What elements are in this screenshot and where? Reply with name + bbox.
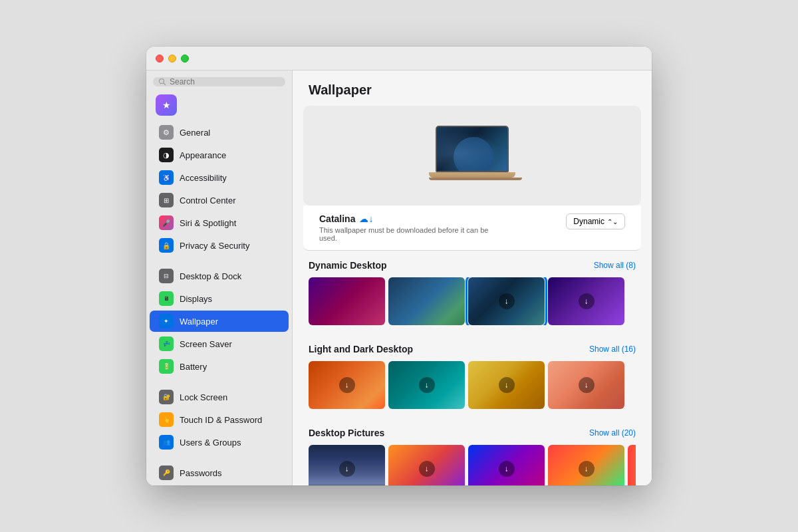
sidebar-item-accessibility[interactable]: ♿ Accessibility [150,167,289,188]
sidebar-item-passwords[interactable]: 🔑 Passwords [150,462,289,483]
sidebar-item-wallpaper[interactable]: ✦ Wallpaper [150,311,289,332]
download-badge: ↓ [499,461,515,477]
siri-icon: 🎤 [159,215,174,230]
laptop-bottom [429,178,522,180]
sidebar-label-control: Control Center [180,196,236,205]
sidebar-label-desktop: Desktop & Dock [180,271,241,281]
wallpaper-thumb[interactable]: ↓ [309,361,385,409]
show-all-pictures[interactable]: Show all (20) [589,428,636,438]
light-dark-title: Light and Dark Desktop [309,344,413,354]
sidebar-item-screensaver[interactable]: 💤 Screen Saver [150,333,289,354]
wallpaper-thumb[interactable] [309,277,385,325]
sidebar-item-users-groups[interactable]: 👥 Users & Groups [150,432,289,453]
users-icon: 👥 [159,435,174,450]
download-badge: ↓ [499,377,515,393]
wallpaper-thumb[interactable]: ↓ [468,445,545,485]
wallpaper-thumb[interactable]: ↓ [388,361,465,409]
laptop-image [429,126,515,186]
sidebar-label-passwords: Passwords [180,468,222,478]
light-dark-section: Light and Dark Desktop Show all (16) ↓ ↓… [293,334,652,409]
desktop-pictures-grid: ↓ ↓ ↓ ↓ [309,445,636,485]
sidebar-item-internet[interactable]: @ Internet Accounts [150,485,289,485]
gallery-header-lightdark: Light and Dark Desktop Show all (16) [309,344,636,354]
search-input[interactable] [170,77,280,86]
wallpaper-thumb[interactable]: ↓ [548,277,624,325]
show-all-dynamic[interactable]: Show all (8) [594,261,636,270]
laptop-screen [436,126,509,172]
wallpaper-name: Catalina [319,213,355,224]
sidebar-label-wallpaper: Wallpaper [180,317,218,327]
sidebar-item-touchid[interactable]: 👆 Touch ID & Password [150,409,289,430]
search-icon [158,78,166,86]
selector-chevron: ⌃⌄ [607,218,618,225]
sidebar-item-lockscreen[interactable]: 🔐 Lock Screen [150,386,289,408]
screensaver-icon: 💤 [159,336,174,351]
main-window: ★ ⚙ General ◑ Appearance ♿ Accessibility [146,47,652,485]
wallpaper-preview [303,106,641,205]
wallpaper-thumb[interactable]: ↓ [548,445,624,485]
displays-icon: 🖥 [159,291,174,306]
maximize-button[interactable] [181,55,189,63]
sidebar-item-siri[interactable]: 🎤 Siri & Spotlight [150,212,289,233]
sidebar-label-touchid: Touch ID & Password [180,415,262,425]
page-title: Wallpaper [293,70,652,106]
sidebar-item-control-center[interactable]: ⊞ Control Center [150,190,289,211]
wallpaper-thumb[interactable]: ↓ [468,361,545,409]
wallpaper-thumb[interactable]: ↓ [548,361,624,409]
search-bar[interactable] [153,77,285,86]
sidebar-item-desktop-dock[interactable]: ⊟ Desktop & Dock [150,265,289,287]
dynamic-desktop-section: Dynamic Desktop Show all (8) ↓ ↓ [293,251,652,325]
sidebar-label-screensaver: Screen Saver [180,339,232,349]
sidebar-label-privacy: Privacy & Security [180,241,249,251]
wallpaper-icon: ✦ [159,314,174,329]
sidebar-label-accessibility: Accessibility [180,173,227,183]
dynamic-selector[interactable]: Dynamic ⌃⌄ [566,213,625,229]
accessibility-icon: ♿ [159,170,174,185]
light-dark-grid: ↓ ↓ ↓ ↓ [309,361,636,409]
wallpaper-info-left: Catalina ☁↓ This wallpaper must be downl… [319,213,492,242]
show-all-lightdark[interactable]: Show all (16) [589,344,636,354]
download-badge: ↓ [579,293,595,309]
top-icon: ★ [156,94,177,116]
privacy-icon: 🔒 [159,238,174,253]
gallery-header-dynamic: Dynamic Desktop Show all (8) [309,260,636,271]
download-badge: ↓ [579,377,595,393]
traffic-lights [156,55,189,63]
download-badge: ↓ [339,461,355,477]
sidebar-item-general[interactable]: ⚙ General [150,122,289,143]
desktop-pictures-title: Desktop Pictures [309,428,384,438]
lockscreen-icon: 🔐 [159,390,174,404]
download-badge: ↓ [419,461,435,477]
wallpaper-description: This wallpaper must be downloaded before… [319,226,492,242]
svg-line-1 [164,83,166,85]
cloud-download-icon[interactable]: ☁↓ [359,213,373,224]
sidebar-label-siri: Siri & Spotlight [180,218,236,228]
sidebar-item-privacy[interactable]: 🔒 Privacy & Security [150,235,289,256]
sidebar-item-battery[interactable]: 🔋 Battery [150,356,289,377]
close-button[interactable] [156,55,164,63]
dynamic-desktop-title: Dynamic Desktop [309,260,386,271]
sidebar-item-appearance[interactable]: ◑ Appearance [150,144,289,166]
battery-icon: 🔋 [159,359,174,374]
laptop-base [429,172,515,178]
passwords-icon: 🔑 [159,466,174,480]
sidebar-label-displays: Displays [180,294,212,304]
wallpaper-thumb[interactable] [388,277,465,325]
sidebar-item-displays[interactable]: 🖥 Displays [150,288,289,309]
wallpaper-thumb[interactable] [628,445,636,485]
wallpaper-thumb[interactable]: ↓ [388,445,465,485]
wallpaper-thumb[interactable]: ↓ [309,445,385,485]
minimize-button[interactable] [168,55,176,63]
sidebar-label-general: General [180,128,210,138]
sidebar-label-users: Users & Groups [180,438,241,448]
gallery-header-pictures: Desktop Pictures Show all (20) [309,428,636,438]
desktop-dock-icon: ⊟ [159,269,174,283]
download-badge: ↓ [499,293,515,309]
touchid-icon: 👆 [159,412,174,427]
dynamic-label: Dynamic [573,217,604,226]
sidebar-label-appearance: Appearance [180,150,226,160]
download-badge: ↓ [339,377,355,393]
wallpaper-thumb-selected[interactable]: ↓ [468,277,545,325]
sidebar-label-battery: Battery [180,362,207,372]
main-content: Wallpaper Catalina ☁↓ This wallpaper mus… [293,70,652,485]
